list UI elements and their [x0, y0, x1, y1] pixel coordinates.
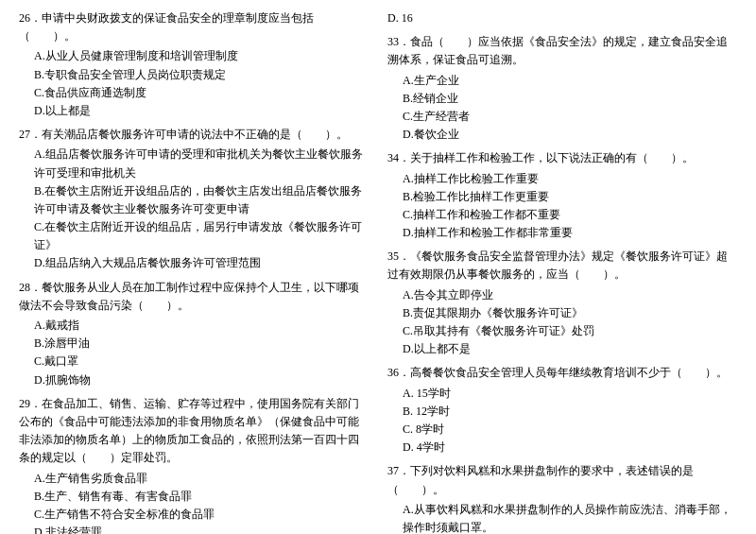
question-33: 33．食品（ ）应当依据《食品安全法》的规定，建立食品安全追溯体系，保证食品可追… — [387, 33, 737, 144]
q35-option-c: C.吊取其持有《餐饮服务许可证》处罚 — [403, 322, 737, 340]
q29-option-d: D.非法经营罪 — [34, 524, 369, 534]
q34-text: 34．关于抽样工作和检验工作，以下说法正确的有（ ）。 — [387, 149, 737, 167]
q35-option-a: A.告令其立即停业 — [403, 286, 737, 304]
q36-option-a: A. 15学时 — [403, 385, 737, 403]
q33-options: A.生产企业 B.经销企业 C.生产经营者 D.餐饮企业 — [387, 72, 737, 145]
q36-options: A. 15学时 B. 12学时 C. 8学时 D. 4学时 — [387, 385, 737, 457]
q34-option-b: B.检验工作比抽样工作更重要 — [403, 188, 737, 206]
q26-options: A.从业人员健康管理制度和培训管理制度 B.专职食品安全管理人员岗位职责规定 C… — [19, 47, 369, 120]
two-column-layout: 26．申请中央财政拨支的保证食品安全的理章制度应当包括（ ）。 A.从业人员健康… — [19, 9, 737, 534]
q34-option-c: C.抽样工作和检验工作都不重要 — [403, 206, 737, 224]
q27-option-d: D.组品店纳入大规品店餐饮服务许可管理范围 — [34, 254, 369, 272]
left-column: 26．申请中央财政拨支的保证食品安全的理章制度应当包括（ ）。 A.从业人员健康… — [19, 9, 378, 534]
q28-options: A.戴戒指 B.涂唇甲油 C.戴口罩 D.抓腕饰物 — [19, 317, 369, 389]
q33-text: 33．食品（ ）应当依据《食品安全法》的规定，建立食品安全追溯体系，保证食品可追… — [387, 33, 737, 69]
q26-option-d: D.以上都是 — [34, 102, 369, 120]
q34-option-d: D.抽样工作和检验工作都非常重要 — [403, 224, 737, 242]
q33-option-b: B.经销企业 — [403, 90, 737, 108]
question-28: 28．餐饮服务从业人员在加工制作过程中应保持个人卫生，以下哪项做法不会导致食品污… — [19, 279, 369, 389]
q36-option-c: C. 8学时 — [403, 421, 737, 439]
question-36: 36．高餐餐饮食品安全管理人员每年继续教育培训不少于（ ）。 A. 15学时 B… — [387, 364, 737, 456]
q35-option-b: B.责促其限期办《餐饮服务许可证》 — [403, 304, 737, 322]
q28-option-b: B.涂唇甲油 — [34, 335, 369, 353]
q27-option-c: C.在餐饮主店附近开设的组品店，届另行申请发放《餐饮服务许可证》 — [34, 218, 369, 254]
q28-option-d: D.抓腕饰物 — [34, 371, 369, 389]
q33-option-a: A.生产企业 — [403, 72, 737, 90]
q29-text: 29．在食品加工、销售、运输、贮存等过程中，使用国务院有关部门公布的《食品中可能… — [19, 395, 369, 468]
q28-option-a: A.戴戒指 — [34, 317, 369, 335]
q35-option-d: D.以上都不是 — [403, 340, 737, 358]
q37-options: A.从事饮料风糕和水果拼盘制作的人员操作前应洗洁、消毒手部，操作时须戴口罩。 B… — [387, 501, 737, 534]
q36-text: 36．高餐餐饮食品安全管理人员每年继续教育培训不少于（ ）。 — [387, 364, 737, 382]
question-37: 37．下列对饮料风糕和水果拼盘制作的要求中，表述错误的是（ ）。 A.从事饮料风… — [387, 462, 737, 534]
question-34: 34．关于抽样工作和检验工作，以下说法正确的有（ ）。 A.抽样工作比检验工作重… — [387, 149, 737, 242]
question-29: 29．在食品加工、销售、运输、贮存等过程中，使用国务院有关部门公布的《食品中可能… — [19, 395, 369, 534]
q34-option-a: A.抽样工作比检验工作重要 — [403, 170, 737, 188]
q37-text: 37．下列对饮料风糕和水果拼盘制作的要求中，表述错误的是（ ）。 — [387, 462, 737, 498]
question-26: 26．申请中央财政拨支的保证食品安全的理章制度应当包括（ ）。 A.从业人员健康… — [19, 9, 369, 120]
q27-option-b: B.在餐饮主店附近开设组品店的，由餐饮主店发出组品店餐饮服务许可申请及餐饮主业餐… — [34, 182, 369, 218]
q29-option-a: A.生产销售劣质食品罪 — [34, 470, 369, 488]
q32-option-d-block: D. 16 — [387, 9, 737, 27]
q28-option-c: C.戴口罩 — [34, 353, 369, 370]
q36-option-b: B. 12学时 — [403, 403, 737, 421]
q26-option-a: A.从业人员健康管理制度和培训管理制度 — [34, 47, 369, 65]
q33-option-c: C.生产经营者 — [403, 108, 737, 126]
q37-option-a: A.从事饮料风糕和水果拼盘制作的人员操作前应洗洁、消毒手部，操作时须戴口罩。 — [403, 501, 737, 534]
q32-option-d: D. 16 — [387, 9, 737, 27]
q35-text: 35．《餐饮服务食品安全监督管理办法》规定《餐饮服务许可证》超过有效期限仍从事餐… — [387, 248, 737, 284]
page-content: 26．申请中央财政拨支的保证食品安全的理章制度应当包括（ ）。 A.从业人员健康… — [19, 9, 737, 534]
q29-options: A.生产销售劣质食品罪 B.生产、销售有毒、有害食品罪 C.生产销售不符合安全标… — [19, 470, 369, 535]
q26-option-b: B.专职食品安全管理人员岗位职责规定 — [34, 66, 369, 84]
q26-option-c: C.食品供应商通选制度 — [34, 84, 369, 102]
q34-options: A.抽样工作比检验工作重要 B.检验工作比抽样工作更重要 C.抽样工作和检验工作… — [387, 170, 737, 243]
right-column: D. 16 33．食品（ ）应当依据《食品安全法》的规定，建立食品安全追溯体系，… — [378, 9, 737, 534]
q29-option-b: B.生产、销售有毒、有害食品罪 — [34, 488, 369, 506]
q26-text: 26．申请中央财政拨支的保证食品安全的理章制度应当包括（ ）。 — [19, 9, 369, 45]
q35-options: A.告令其立即停业 B.责促其限期办《餐饮服务许可证》 C.吊取其持有《餐饮服务… — [387, 286, 737, 359]
question-27: 27．有关潮品店餐饮服务许可申请的说法中不正确的是（ ）。 A.组品店餐饮服务许… — [19, 126, 369, 273]
q33-option-d: D.餐饮企业 — [403, 126, 737, 144]
q27-text: 27．有关潮品店餐饮服务许可申请的说法中不正确的是（ ）。 — [19, 126, 369, 144]
question-35: 35．《餐饮服务食品安全监督管理办法》规定《餐饮服务许可证》超过有效期限仍从事餐… — [387, 248, 737, 358]
q36-option-d: D. 4学时 — [403, 439, 737, 456]
q29-option-c: C.生产销售不符合安全标准的食品罪 — [34, 506, 369, 524]
q28-text: 28．餐饮服务从业人员在加工制作过程中应保持个人卫生，以下哪项做法不会导致食品污… — [19, 279, 369, 315]
q27-option-a: A.组品店餐饮服务许可申请的受理和审批机关为餐饮主业餐饮服务许可受理和审批机关 — [34, 146, 369, 181]
q27-options: A.组品店餐饮服务许可申请的受理和审批机关为餐饮主业餐饮服务许可受理和审批机关 … — [19, 146, 369, 272]
